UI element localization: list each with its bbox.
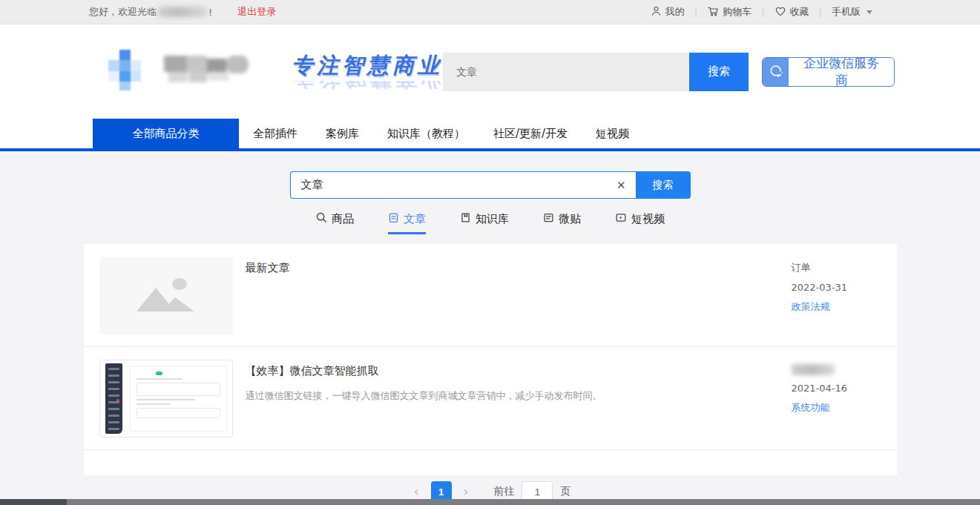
tab-knowledge-base[interactable]: 知识库 [460, 211, 509, 234]
result-date: 2021-04-16 [792, 383, 848, 394]
cart-icon [707, 5, 719, 19]
result-row[interactable]: 【效率】微信文章智能抓取 通过微信图文链接，一键导入微信图文文章到商城文章营销中… [84, 347, 897, 450]
greeting-prefix: 您好，欢迎光临 [89, 5, 157, 19]
logo-mark-blurred [108, 50, 152, 94]
next-page-button[interactable]: › [459, 484, 473, 499]
separator: | [694, 7, 697, 18]
site-header: 专注智慧商业 专注智慧商业 搜索 企业微信服务商 [0, 24, 980, 119]
search-icon [315, 211, 327, 226]
person-icon [651, 5, 662, 19]
video-icon [615, 212, 627, 226]
wecom-chat-icon [763, 57, 789, 87]
result-description: 通过微信图文链接，一键导入微信图文文章到商城文章营销中，减少手动发布时间。 [246, 389, 774, 403]
blurred-username [158, 7, 207, 17]
nav-item-short-video[interactable]: 短视频 [582, 119, 643, 148]
prev-page-button[interactable]: ‹ [410, 484, 424, 499]
wecom-service-button[interactable]: 企业微信服务商 [762, 57, 895, 87]
mini-admin-sidebar [105, 363, 122, 434]
tab-short-videos[interactable]: 短视频 [615, 211, 665, 234]
result-title[interactable]: 【效率】微信文章智能抓取 [246, 364, 774, 378]
result-thumbnail-screenshot[interactable] [99, 360, 233, 438]
nav-item-community[interactable]: 社区/更新/开发 [479, 119, 582, 148]
results-search-button[interactable]: 搜索 [636, 171, 691, 199]
results-search-bar: ✕ 搜索 [290, 171, 691, 199]
mini-notification-badge [116, 399, 119, 402]
my-account-link[interactable]: 我的 [651, 5, 685, 19]
brand-slogan: 专注智慧商业 专注智慧商业 [292, 51, 443, 93]
image-placeholder-icon [132, 273, 200, 319]
bottom-strip [0, 499, 980, 505]
mobile-version-menu[interactable]: 手机版 [832, 5, 872, 19]
favorites-link[interactable]: 收藏 [775, 5, 809, 19]
result-thumbnail-placeholder[interactable] [99, 257, 233, 334]
site-logo[interactable] [108, 50, 259, 94]
result-date: 2022-03-31 [792, 282, 848, 293]
result-meta: 订单 [792, 261, 811, 274]
result-category-link[interactable]: 系统功能 [792, 401, 830, 415]
bottom-strip-left [0, 499, 67, 505]
tab-products[interactable]: 商品 [315, 211, 354, 234]
logo-text-blurred [164, 53, 259, 91]
blurred-meta [792, 364, 835, 375]
result-category-link[interactable]: 政策法规 [792, 300, 830, 314]
nav-item-all-categories[interactable]: 全部商品分类 [93, 119, 239, 148]
header-search-input[interactable] [443, 53, 689, 91]
mini-admin-form [130, 366, 227, 432]
tab-micro-posts[interactable]: 微贴 [543, 211, 581, 234]
results-card: 最新文章 订单 2022-03-31 政策法规 [84, 244, 897, 475]
goto-label: 前往 [493, 485, 514, 498]
nav-item-all-plugins[interactable]: 全部插件 [239, 119, 312, 148]
article-icon [388, 212, 399, 226]
nav-item-case-library[interactable]: 案例库 [312, 119, 373, 148]
slogan-reflection: 专注智慧商业 [292, 81, 443, 93]
topbar: 您好，欢迎光临 ! 退出登录 我的 | 购物车 | 收藏 | 手 [0, 0, 980, 24]
tab-articles[interactable]: 文章 [388, 211, 426, 234]
bottom-strip-right [67, 499, 980, 505]
separator: | [819, 7, 822, 18]
result-row[interactable]: 最新文章 订单 2022-03-31 政策法规 [84, 244, 897, 347]
page-suffix-label: 页 [560, 485, 570, 498]
greeting-suffix: ! [208, 7, 212, 18]
book-icon [460, 212, 471, 226]
header-search: 搜索 [443, 53, 749, 91]
post-icon [543, 212, 554, 226]
cart-link[interactable]: 购物车 [707, 5, 752, 19]
nav-item-knowledge-base[interactable]: 知识库（教程） [373, 119, 479, 148]
greeting-text: 您好，欢迎光临 ! [89, 5, 212, 19]
clear-input-icon[interactable]: ✕ [607, 179, 636, 192]
logout-link[interactable]: 退出登录 [237, 5, 276, 19]
main-nav: 全部商品分类 全部插件 案例库 知识库（教程） 社区/更新/开发 短视频 [0, 119, 980, 151]
result-type-tabs: 商品 文章 知识库 微贴 短视频 [0, 211, 980, 234]
main-content: ✕ 搜索 商品 文章 知识库 微贴 [0, 151, 980, 504]
heart-icon [775, 5, 786, 19]
chevron-down-icon [866, 10, 872, 14]
results-search-input[interactable] [291, 179, 607, 191]
separator: | [761, 7, 764, 18]
result-title[interactable]: 最新文章 [246, 261, 774, 275]
header-search-button[interactable]: 搜索 [689, 53, 749, 91]
